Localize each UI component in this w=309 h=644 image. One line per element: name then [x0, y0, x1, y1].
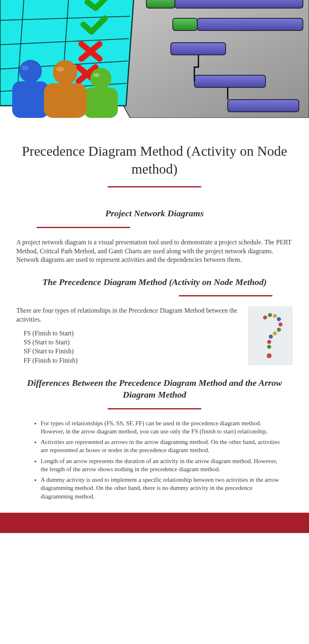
svg-point-20	[19, 60, 42, 83]
svg-rect-17	[194, 75, 265, 87]
section-heading-1: Project Network Diagrams	[16, 208, 293, 220]
section1-body: A project network diagram is a visual pr…	[16, 238, 293, 264]
svg-point-35	[273, 331, 277, 335]
type-ff: FF (Finish to Finish)	[24, 356, 240, 365]
svg-point-36	[269, 335, 273, 339]
relationship-types-list: FS (Finish to Start) SS (Start to Start)…	[24, 329, 240, 366]
type-ss: SS (Start to Start)	[24, 338, 240, 347]
section-heading-2: The Precedence Diagram Method (Activity …	[16, 276, 293, 288]
svg-point-29	[263, 315, 267, 320]
svg-point-31	[273, 314, 277, 318]
section1-rule	[37, 227, 130, 228]
footer-banner	[0, 513, 309, 533]
svg-point-34	[277, 328, 281, 332]
svg-rect-14	[173, 18, 197, 30]
gantt-chart-graphic	[0, 0, 309, 118]
svg-point-38	[267, 345, 271, 349]
svg-point-23	[90, 68, 111, 89]
svg-rect-12	[146, 0, 175, 8]
difference-4: A dummy activity is used to implement a …	[41, 476, 281, 500]
difference-1: For types of relationships (FS, SS, SF, …	[41, 419, 281, 436]
type-fs: FS (Finish to Start)	[24, 329, 240, 338]
svg-rect-18	[228, 100, 299, 112]
svg-point-37	[267, 340, 271, 344]
svg-point-21	[22, 65, 29, 70]
section-heading-3: Differences Between the Precedence Diagr…	[16, 377, 293, 400]
svg-rect-19	[12, 81, 49, 118]
svg-point-24	[93, 73, 100, 77]
difference-3: Length of an arrow represents the durati…	[41, 457, 281, 474]
svg-point-30	[268, 313, 272, 317]
svg-point-32	[277, 317, 281, 321]
section2-rule	[179, 295, 272, 296]
svg-rect-22	[83, 87, 118, 118]
difference-2: Activities are represented as arrows in …	[41, 438, 281, 455]
section3-rule	[108, 408, 201, 409]
svg-point-26	[53, 60, 77, 85]
svg-rect-13	[175, 0, 303, 8]
svg-rect-25	[44, 83, 87, 118]
page-title: Precedence Diagram Method (Activity on N…	[16, 142, 293, 178]
svg-point-33	[279, 322, 283, 326]
hero-graphic	[0, 0, 309, 118]
section2-intro: There are four types of relationships in…	[16, 306, 240, 324]
svg-rect-15	[197, 18, 303, 30]
svg-point-27	[56, 67, 64, 72]
svg-rect-16	[171, 43, 226, 55]
title-rule	[108, 186, 201, 187]
differences-list: For types of relationships (FS, SS, SF, …	[41, 419, 281, 500]
question-mark-image	[248, 306, 293, 365]
type-sf: SF (Start to Finish)	[24, 347, 240, 356]
svg-point-39	[267, 353, 272, 358]
